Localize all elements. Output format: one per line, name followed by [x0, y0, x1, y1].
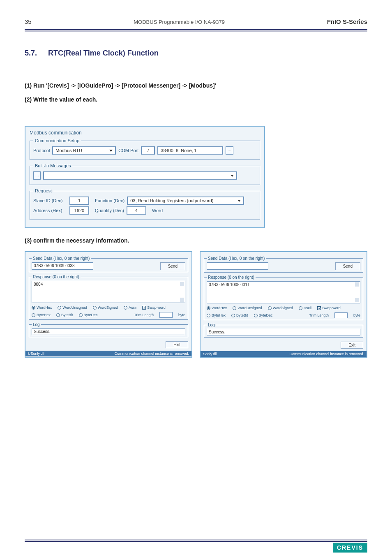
radio-bytehex[interactable]: ByteHex — [32, 313, 51, 317]
panel-right: Send Data (Hex, 0 on the right) Send Res… — [200, 251, 367, 358]
comport-field[interactable]: 7 — [141, 146, 155, 155]
request-group: Request Slave ID (Dec) 1 Function (Dec) … — [30, 188, 260, 220]
radio-wordunsigned[interactable]: WordUnsigned — [58, 305, 87, 310]
quantity-label: Quantity (Dec) — [95, 208, 124, 213]
response-box: 07B3 0A06 1008 0011 — [207, 281, 360, 303]
radio-wordsigned[interactable]: WordSigned — [93, 305, 118, 310]
step-3: (3) confirm the necessary information. — [25, 237, 367, 244]
send-data-input[interactable] — [207, 262, 268, 270]
trim-length-label: Trim Length — [309, 313, 329, 317]
comport-label: COM Port — [118, 148, 138, 153]
chevron-down-icon — [109, 150, 113, 152]
checkbox-swapword[interactable]: Swap word — [142, 305, 166, 310]
response-value: 07B3 0A06 1008 0011 — [209, 282, 250, 287]
doc-title: MODBUS Programmable I/O NA-9379 — [32, 19, 327, 25]
exit-button[interactable]: Exit — [166, 341, 188, 348]
radio-wordhex[interactable]: WordHex — [32, 305, 52, 310]
send-data-input[interactable]: 07B3 0A06 1009 0038 — [32, 262, 93, 270]
response-value: 0004 — [34, 282, 43, 287]
address-label: Address (Hex) — [33, 208, 67, 213]
log-legend: Log — [32, 322, 41, 327]
header-rule-thin — [25, 31, 367, 32]
radio-bytedec[interactable]: ByteDec — [254, 313, 273, 317]
request-legend: Request — [33, 188, 53, 193]
protocol-select[interactable]: Modbus RTU — [52, 146, 116, 155]
response-group: Response (0 on the right) 07B3 0A06 1008… — [204, 275, 363, 320]
communication-setup-group: Communication Setup Protocol Modbus RTU … — [30, 138, 260, 160]
log-box: Success. — [32, 328, 185, 335]
radio-bytebit[interactable]: ByteBit — [56, 313, 73, 317]
header-rule-thick — [25, 29, 367, 30]
response-group: Response (0 on the right) 0004 WordHex W… — [29, 275, 188, 320]
com-params-field[interactable]: 38400, 8, None, 1 — [157, 146, 223, 155]
trim-length-input[interactable] — [159, 312, 173, 318]
page-footer: CREVIS — [25, 539, 367, 542]
function-value: 03, Read Holding Registers (output word) — [130, 198, 213, 203]
series-title: FnIO S-Series — [327, 18, 367, 25]
send-data-legend: Send Data (Hex, 0 on the right) — [207, 256, 266, 261]
scroll-up-icon[interactable] — [355, 282, 359, 287]
slave-id-label: Slave ID (Dec) — [33, 198, 67, 203]
function-label: Function (Dec) — [95, 198, 125, 203]
trim-unit: byte — [353, 313, 360, 317]
protocol-label: Protocol — [33, 148, 50, 153]
com-params-value: 38400, 8, None, 1 — [161, 148, 196, 153]
radio-ascii[interactable]: Ascii — [299, 306, 311, 310]
function-select[interactable]: 03, Read Holding Registers (output word) — [127, 197, 244, 205]
response-box: 0004 — [32, 281, 185, 303]
status-left: USonly.dll — [28, 352, 44, 356]
panels-row: Send Data (Hex, 0 on the right) 07B3 0A0… — [25, 251, 367, 358]
builtin-message-select[interactable] — [43, 171, 237, 180]
response-legend: Response (0 on the right) — [32, 275, 81, 279]
radio-bytehex[interactable]: ByteHex — [207, 313, 226, 317]
trim-unit: byte — [178, 313, 185, 317]
scroll-up-icon[interactable] — [180, 282, 184, 286]
status-bar: Sonly.dll Communication channel instance… — [201, 351, 367, 357]
radio-wordhex[interactable]: WordHex — [207, 306, 227, 310]
status-bar: USonly.dll Communication channel instanc… — [25, 351, 191, 356]
com-params-browse-button[interactable]: ... — [226, 146, 233, 155]
send-data-group: Send Data (Hex, 0 on the right) 07B3 0A0… — [29, 256, 188, 272]
response-legend: Response (0 on the right) — [207, 275, 256, 280]
scroll-down-icon[interactable] — [355, 298, 359, 302]
builtin-browse-button[interactable]: ... — [33, 171, 41, 180]
status-right: Communication channel instance is remove… — [289, 352, 364, 356]
window-title: Modbus communication — [30, 130, 260, 136]
radio-wordunsigned[interactable]: WordUnsigned — [233, 306, 262, 310]
address-field[interactable]: 1620 — [69, 206, 89, 215]
status-left: Sonly.dll — [203, 352, 217, 356]
status-right: Communication channel instance is remove… — [114, 352, 189, 356]
communication-setup-legend: Communication Setup — [33, 138, 81, 143]
section-title: RTC(Real Time Clock) Function — [48, 49, 159, 57]
section-number: 5.7. — [25, 49, 37, 58]
log-legend: Log — [207, 323, 216, 327]
slave-id-field[interactable]: 1 — [69, 197, 89, 205]
send-data-group: Send Data (Hex, 0 on the right) Send — [204, 256, 363, 273]
word-label: Word — [152, 208, 163, 213]
quantity-field[interactable]: 4 — [127, 206, 146, 215]
page-number: 35 — [25, 18, 32, 25]
checkbox-swapword[interactable]: Swap word — [317, 306, 341, 310]
log-box: Success. — [207, 329, 360, 335]
radio-bytedec[interactable]: ByteDec — [79, 313, 98, 317]
step-2: (2) Write the value of each. — [25, 96, 367, 103]
section-heading: 5.7. RTC(Real Time Clock) Function — [25, 49, 367, 58]
panel-left: Send Data (Hex, 0 on the right) 07B3 0A0… — [25, 251, 192, 358]
send-data-legend: Send Data (Hex, 0 on the right) — [32, 256, 91, 261]
radio-ascii[interactable]: Ascii — [124, 305, 136, 310]
step-1: (1) Run '[Crevis] -> [IOGuidePro] -> [Pr… — [25, 82, 367, 89]
radio-wordsigned[interactable]: WordSigned — [268, 306, 293, 310]
trim-length-input[interactable] — [334, 312, 348, 318]
send-button[interactable]: Send — [160, 262, 185, 270]
radio-bytebit[interactable]: ByteBit — [231, 313, 248, 317]
log-group: Log Success. — [204, 323, 363, 338]
send-button[interactable]: Send — [335, 262, 360, 270]
modbus-comm-window: Modbus communication Communication Setup… — [25, 126, 265, 228]
protocol-value: Modbus RTU — [55, 148, 82, 153]
chevron-down-icon — [238, 200, 241, 202]
builtin-messages-legend: Built-In Messages — [33, 163, 72, 168]
scroll-down-icon[interactable] — [180, 298, 184, 302]
brand-badge: CREVIS — [333, 543, 367, 553]
log-group: Log Success. — [29, 322, 188, 337]
exit-button[interactable]: Exit — [341, 342, 363, 349]
